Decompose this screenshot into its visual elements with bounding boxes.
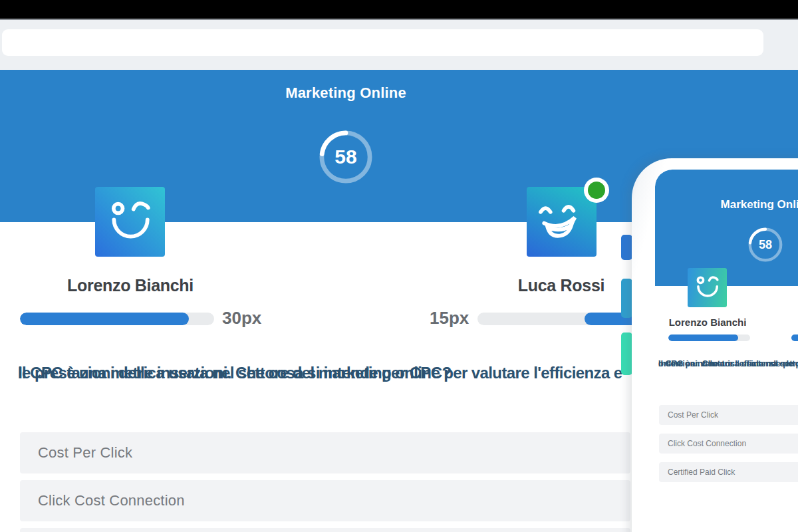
category-title: Marketing Online	[0, 84, 692, 102]
timer-ring: 58	[318, 129, 374, 185]
browser-toolbar	[0, 20, 798, 70]
phone-timer-ring: 58	[747, 227, 783, 263]
question-line-2: le prestazioni delle inserzioni. Che cos…	[18, 361, 452, 384]
player-right-score-label: 15px	[430, 308, 468, 329]
phone-answer-option-1[interactable]: Cost Per Click	[659, 405, 798, 425]
accent-bar-cyan	[621, 279, 632, 318]
phone-answer-option-3[interactable]: Certified Paid Click	[659, 462, 798, 482]
player-left-score-label: 30px	[222, 308, 261, 329]
answer-option-3[interactable]: Certified Paid Click	[20, 528, 630, 532]
phone-player-name: Lorenzo Bianchi	[658, 317, 757, 328]
screenshot-root: Marketing Online 58 Lorenzo Bianchi 30px…	[0, 0, 798, 532]
player-left-avatar	[95, 187, 165, 257]
phone-right-progress-fragment	[791, 334, 798, 341]
accent-bar-teal	[621, 332, 632, 375]
player-left-progress-fill	[20, 313, 189, 325]
timer-value: 58	[318, 129, 374, 185]
phone-progressbar	[668, 334, 750, 341]
answer-option-1[interactable]: Cost Per Click	[20, 432, 630, 473]
phone-category-title: Marketing Online	[655, 198, 798, 211]
phone-player-avatar	[688, 268, 727, 307]
player-left-name: Lorenzo Bianchi	[44, 276, 217, 295]
phone-answer-option-2[interactable]: Click Cost Connection	[659, 434, 798, 454]
answer-option-2[interactable]: Click Cost Connection	[20, 480, 630, 521]
online-status-dot	[584, 178, 609, 203]
accent-bar-blue	[621, 235, 632, 260]
wink-smiley-icon	[95, 187, 165, 257]
window-top-bar	[0, 0, 798, 19]
phone-question-line-3: inserzioni. Che cosa si intende per CPC?	[658, 358, 798, 369]
wink-smiley-icon	[688, 268, 727, 307]
phone-progress-fill	[668, 334, 738, 341]
phone-timer-value: 58	[747, 227, 783, 263]
player-left-progressbar	[20, 313, 214, 325]
address-bar[interactable]	[2, 29, 763, 56]
phone-mockup-screen: Marketing Online 58 Lorenzo Bianchi Il C…	[655, 170, 798, 532]
